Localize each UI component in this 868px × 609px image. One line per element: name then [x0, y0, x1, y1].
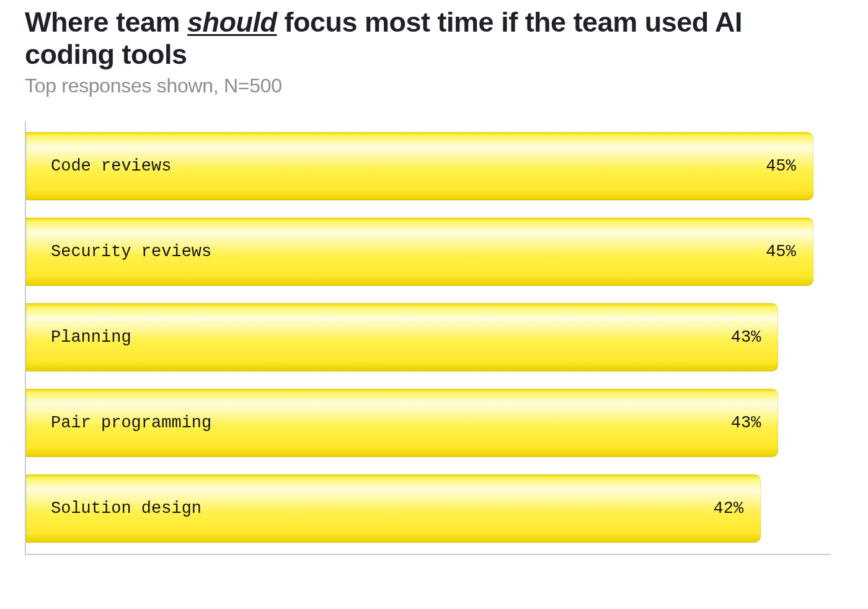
bar-label: Code reviews	[51, 157, 171, 176]
bar-value: 45%	[766, 157, 796, 176]
bar-label: Solution design	[51, 499, 202, 518]
chart-title-emphasis: should	[187, 6, 277, 38]
bar-value: 43%	[731, 414, 761, 432]
chart-title: Where team should focus most time if the…	[25, 6, 769, 71]
bar-row: Pair programming 43%	[26, 389, 831, 457]
bar-label: Planning	[51, 328, 131, 347]
chart-title-pre: Where team	[25, 6, 187, 38]
bar: Code reviews 45%	[26, 132, 813, 200]
bar-value: 45%	[766, 242, 796, 261]
bar: Solution design 42%	[26, 474, 761, 543]
chart-container: Where team should focus most time if the…	[0, 0, 868, 609]
bar-row: Solution design 42%	[26, 474, 831, 543]
plot-area: Code reviews 45% Security reviews 45% Pl…	[25, 121, 831, 555]
bar: Security reviews 45%	[26, 218, 813, 286]
bar-value: 43%	[731, 328, 761, 347]
bar-row: Planning 43%	[26, 303, 831, 371]
bar: Pair programming 43%	[26, 389, 778, 457]
bar-label: Security reviews	[51, 242, 211, 261]
bar-row: Security reviews 45%	[26, 218, 831, 286]
bar: Planning 43%	[26, 303, 778, 371]
bar-label: Pair programming	[51, 414, 211, 432]
bar-value: 42%	[714, 499, 744, 518]
bar-row: Code reviews 45%	[26, 132, 831, 200]
chart-subtitle: Top responses shown, N=500	[25, 74, 843, 97]
